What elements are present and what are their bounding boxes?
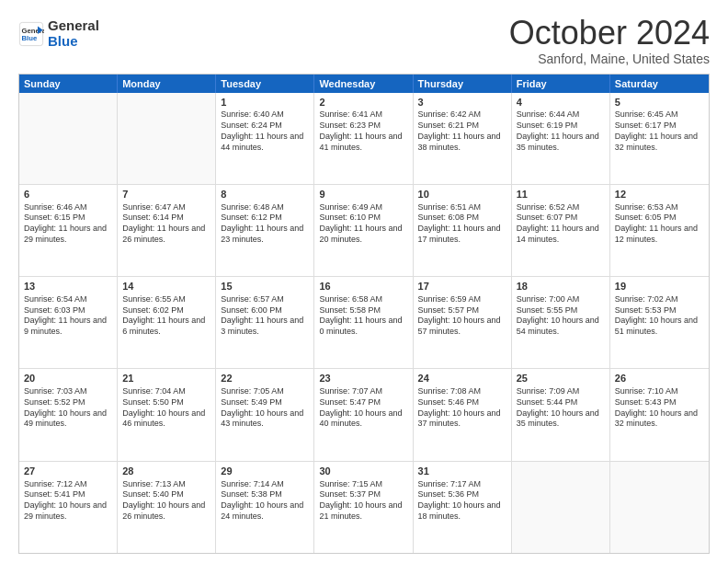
cell-info: Sunrise: 6:49 AM Sunset: 6:10 PM Dayligh… <box>319 202 407 246</box>
cell-info: Sunrise: 7:17 AM Sunset: 5:36 PM Dayligh… <box>418 479 506 523</box>
location: Sanford, Maine, United States <box>509 52 710 66</box>
calendar-cell: 11Sunrise: 6:52 AM Sunset: 6:07 PM Dayli… <box>512 185 610 276</box>
day-number: 4 <box>517 96 605 109</box>
logo-icon: General Blue <box>18 21 44 47</box>
cell-info: Sunrise: 7:05 AM Sunset: 5:49 PM Dayligh… <box>221 386 309 430</box>
cell-info: Sunrise: 6:45 AM Sunset: 6:17 PM Dayligh… <box>615 109 704 153</box>
day-number: 3 <box>418 96 506 109</box>
day-number: 25 <box>517 372 605 385</box>
header-day-wednesday: Wednesday <box>314 75 413 93</box>
day-number: 28 <box>122 465 210 478</box>
calendar-cell: 27Sunrise: 7:12 AM Sunset: 5:41 PM Dayli… <box>19 462 118 553</box>
calendar-cell: 2Sunrise: 6:41 AM Sunset: 6:23 PM Daylig… <box>314 93 413 184</box>
day-number: 9 <box>319 188 407 201</box>
day-number: 8 <box>221 188 309 201</box>
calendar-cell: 19Sunrise: 7:02 AM Sunset: 5:53 PM Dayli… <box>610 277 709 368</box>
day-number: 31 <box>418 465 506 478</box>
day-number: 21 <box>122 372 210 385</box>
header-day-saturday: Saturday <box>610 75 709 93</box>
day-number: 20 <box>24 372 112 385</box>
calendar-cell <box>19 93 118 184</box>
day-number: 22 <box>221 372 309 385</box>
day-number: 29 <box>221 465 309 478</box>
calendar-cell: 18Sunrise: 7:00 AM Sunset: 5:55 PM Dayli… <box>512 277 610 368</box>
day-number: 19 <box>615 280 704 293</box>
day-number: 30 <box>319 465 407 478</box>
calendar-cell: 16Sunrise: 6:58 AM Sunset: 5:58 PM Dayli… <box>314 277 413 368</box>
header: General Blue General Blue October 2024 S… <box>18 15 710 66</box>
calendar-body: 1Sunrise: 6:40 AM Sunset: 6:24 PM Daylig… <box>19 93 709 553</box>
calendar-cell <box>610 462 709 553</box>
cell-info: Sunrise: 6:59 AM Sunset: 5:57 PM Dayligh… <box>418 294 506 338</box>
day-number: 26 <box>615 372 704 385</box>
day-number: 7 <box>122 188 210 201</box>
day-number: 13 <box>24 280 112 293</box>
day-number: 12 <box>615 188 704 201</box>
calendar-cell: 24Sunrise: 7:08 AM Sunset: 5:46 PM Dayli… <box>414 369 512 460</box>
day-number: 2 <box>319 96 407 109</box>
calendar-cell: 31Sunrise: 7:17 AM Sunset: 5:36 PM Dayli… <box>414 462 512 553</box>
title-area: October 2024 Sanford, Maine, United Stat… <box>509 15 710 66</box>
cell-info: Sunrise: 7:09 AM Sunset: 5:44 PM Dayligh… <box>517 386 605 430</box>
calendar-cell: 23Sunrise: 7:07 AM Sunset: 5:47 PM Dayli… <box>314 369 413 460</box>
calendar-cell: 3Sunrise: 6:42 AM Sunset: 6:21 PM Daylig… <box>414 93 512 184</box>
cell-info: Sunrise: 6:47 AM Sunset: 6:14 PM Dayligh… <box>122 202 210 246</box>
calendar-cell: 14Sunrise: 6:55 AM Sunset: 6:02 PM Dayli… <box>118 277 216 368</box>
calendar-row-3: 20Sunrise: 7:03 AM Sunset: 5:52 PM Dayli… <box>19 368 709 460</box>
calendar-cell: 30Sunrise: 7:15 AM Sunset: 5:37 PM Dayli… <box>314 462 413 553</box>
day-number: 1 <box>221 96 309 109</box>
calendar-cell: 12Sunrise: 6:53 AM Sunset: 6:05 PM Dayli… <box>610 185 709 276</box>
calendar-header: SundayMondayTuesdayWednesdayThursdayFrid… <box>19 75 709 93</box>
calendar-cell: 21Sunrise: 7:04 AM Sunset: 5:50 PM Dayli… <box>118 369 216 460</box>
calendar-cell: 25Sunrise: 7:09 AM Sunset: 5:44 PM Dayli… <box>512 369 610 460</box>
calendar-cell: 20Sunrise: 7:03 AM Sunset: 5:52 PM Dayli… <box>19 369 118 460</box>
calendar-cell: 29Sunrise: 7:14 AM Sunset: 5:38 PM Dayli… <box>216 462 314 553</box>
calendar-row-0: 1Sunrise: 6:40 AM Sunset: 6:24 PM Daylig… <box>19 93 709 184</box>
cell-info: Sunrise: 6:54 AM Sunset: 6:03 PM Dayligh… <box>24 294 112 338</box>
cell-info: Sunrise: 7:00 AM Sunset: 5:55 PM Dayligh… <box>517 294 605 338</box>
calendar-cell: 10Sunrise: 6:51 AM Sunset: 6:08 PM Dayli… <box>414 185 512 276</box>
calendar-cell: 15Sunrise: 6:57 AM Sunset: 6:00 PM Dayli… <box>216 277 314 368</box>
month-title: October 2024 <box>509 15 710 52</box>
calendar-cell: 4Sunrise: 6:44 AM Sunset: 6:19 PM Daylig… <box>512 93 610 184</box>
calendar-cell: 22Sunrise: 7:05 AM Sunset: 5:49 PM Dayli… <box>216 369 314 460</box>
cell-info: Sunrise: 6:48 AM Sunset: 6:12 PM Dayligh… <box>221 202 309 246</box>
cell-info: Sunrise: 7:15 AM Sunset: 5:37 PM Dayligh… <box>319 479 407 523</box>
header-day-friday: Friday <box>512 75 610 93</box>
calendar-row-4: 27Sunrise: 7:12 AM Sunset: 5:41 PM Dayli… <box>19 461 709 553</box>
logo: General Blue General Blue <box>18 18 99 49</box>
cell-info: Sunrise: 6:58 AM Sunset: 5:58 PM Dayligh… <box>319 294 407 338</box>
header-day-monday: Monday <box>118 75 216 93</box>
day-number: 23 <box>319 372 407 385</box>
calendar-cell <box>512 462 610 553</box>
cell-info: Sunrise: 7:13 AM Sunset: 5:40 PM Dayligh… <box>122 479 210 523</box>
calendar-cell: 26Sunrise: 7:10 AM Sunset: 5:43 PM Dayli… <box>610 369 709 460</box>
calendar-cell: 1Sunrise: 6:40 AM Sunset: 6:24 PM Daylig… <box>216 93 314 184</box>
page: General Blue General Blue October 2024 S… <box>0 0 728 563</box>
calendar-cell: 17Sunrise: 6:59 AM Sunset: 5:57 PM Dayli… <box>414 277 512 368</box>
header-day-tuesday: Tuesday <box>216 75 314 93</box>
cell-info: Sunrise: 6:55 AM Sunset: 6:02 PM Dayligh… <box>122 294 210 338</box>
header-day-sunday: Sunday <box>19 75 118 93</box>
day-number: 16 <box>319 280 407 293</box>
cell-info: Sunrise: 6:53 AM Sunset: 6:05 PM Dayligh… <box>615 202 704 246</box>
cell-info: Sunrise: 7:04 AM Sunset: 5:50 PM Dayligh… <box>122 386 210 430</box>
calendar-cell: 5Sunrise: 6:45 AM Sunset: 6:17 PM Daylig… <box>610 93 709 184</box>
day-number: 6 <box>24 188 112 201</box>
calendar-cell: 6Sunrise: 6:46 AM Sunset: 6:15 PM Daylig… <box>19 185 118 276</box>
day-number: 5 <box>615 96 704 109</box>
cell-info: Sunrise: 6:42 AM Sunset: 6:21 PM Dayligh… <box>418 109 506 153</box>
logo-text: General Blue <box>48 18 99 49</box>
day-number: 17 <box>418 280 506 293</box>
calendar-row-2: 13Sunrise: 6:54 AM Sunset: 6:03 PM Dayli… <box>19 276 709 368</box>
cell-info: Sunrise: 6:41 AM Sunset: 6:23 PM Dayligh… <box>319 109 407 153</box>
day-number: 15 <box>221 280 309 293</box>
cell-info: Sunrise: 7:12 AM Sunset: 5:41 PM Dayligh… <box>24 479 112 523</box>
cell-info: Sunrise: 7:10 AM Sunset: 5:43 PM Dayligh… <box>615 386 704 430</box>
cell-info: Sunrise: 6:44 AM Sunset: 6:19 PM Dayligh… <box>517 109 605 153</box>
cell-info: Sunrise: 6:40 AM Sunset: 6:24 PM Dayligh… <box>221 109 309 153</box>
cell-info: Sunrise: 7:07 AM Sunset: 5:47 PM Dayligh… <box>319 386 407 430</box>
day-number: 24 <box>418 372 506 385</box>
cell-info: Sunrise: 6:51 AM Sunset: 6:08 PM Dayligh… <box>418 202 506 246</box>
svg-text:Blue: Blue <box>22 34 38 42</box>
